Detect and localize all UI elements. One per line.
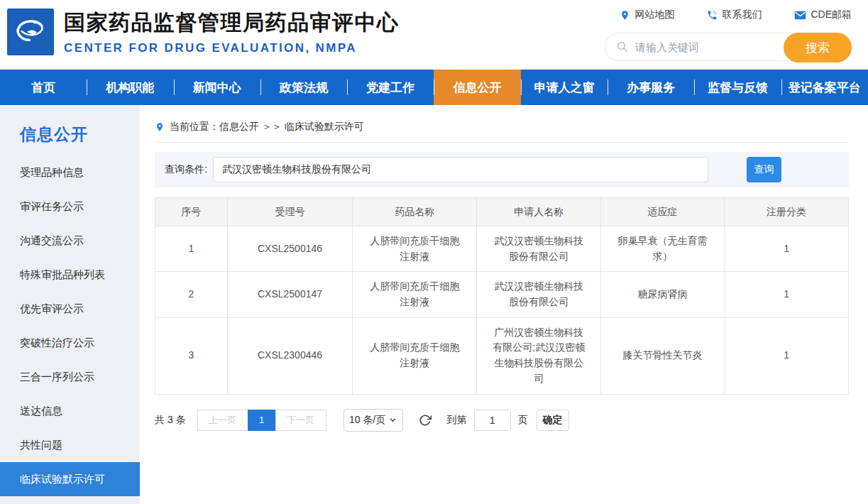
sidebar-title: 信息公开 [0,105,140,155]
breadcrumb: 当前位置：信息公开 ＞＞ 临床试验默示许可 [155,105,849,143]
goto-page-input[interactable] [474,410,511,431]
search-icon [616,40,629,53]
cell-registration-class: 1 [725,226,849,272]
prev-page-button[interactable]: 上一页 [197,410,248,431]
site-header: 国家药品监督管理局药品审评中心 CENTER FOR DRUG EVALUATI… [0,0,868,70]
next-page-button[interactable]: 下一页 [275,410,326,431]
quick-links: 网站地图 联系我们 CDE邮箱 [596,6,852,24]
cell-acceptance-no: CXSL2500147 [227,272,353,317]
nav-item-policies[interactable]: 政策法规 [260,70,347,105]
cell-index: 3 [155,317,228,394]
cell-indication: 卵巢早衰（无生育需求） [601,226,725,272]
cell-acceptance-no: CXSL2500146 [227,226,353,272]
content: 信息公开 受理品种信息 审评任务公示 沟通交流公示 特殊审批品种列表 优先审评公… [0,105,868,504]
site-title: 国家药品监督管理局药品审评中心 [64,9,400,38]
nav-item-supervision-feedback[interactable]: 监督与反馈 [694,70,781,105]
page-size-select[interactable]: 10 条/页 [344,409,403,432]
cell-indication: 糖尿病肾病 [601,272,725,317]
col-header-acceptance-no: 受理号 [227,198,353,226]
site-subtitle: CENTER FOR DRUG EVALUATION, NMPA [64,41,400,55]
table-header-row: 序号 受理号 药品名称 申请人名称 适应症 注册分类 [155,198,849,226]
col-header-index: 序号 [155,198,228,226]
nav-item-org-functions[interactable]: 机构职能 [87,70,173,105]
confirm-button[interactable]: 确定 [537,410,569,431]
sidebar-item-priority-review[interactable]: 优先审评公示 [0,292,140,326]
page-number-button[interactable]: 1 [248,410,276,431]
quick-link-label: 联系我们 [722,9,762,21]
location-pin-icon [155,121,165,133]
sidebar-item-delivery-info[interactable]: 送达信息 [0,394,140,428]
phone-icon [707,10,718,21]
breadcrumb-text: 当前位置：信息公开 ＞＞ 临床试验默示许可 [170,121,364,133]
nav-item-services[interactable]: 办事服务 [608,70,694,105]
nav-item-applicant-window[interactable]: 申请人之窗 [521,70,608,105]
brand-text: 国家药品监督管理局药品审评中心 CENTER FOR DRUG EVALUATI… [64,9,400,55]
sidebar-item-clinical-trial-implied-license[interactable]: 临床试验默示许可 [0,462,140,496]
cell-drug-name: 人脐带间充质干细胞注射液 [353,272,477,317]
sidebar-item-special-approval-list[interactable]: 特殊审批品种列表 [0,258,140,292]
nav-item-news-center[interactable]: 新闻中心 [174,70,260,105]
quick-link-mailbox[interactable]: CDE邮箱 [794,9,852,21]
page: 国家药品监督管理局药品审评中心 CENTER FOR DRUG EVALUATI… [0,0,868,504]
pagination: 共 3 条 上一页 1 下一页 10 条/页 到第 页 [155,409,849,432]
quick-link-label: CDE邮箱 [811,9,852,21]
col-header-registration-class: 注册分类 [725,198,849,226]
pager: 上一页 1 下一页 [197,410,326,431]
col-header-indication: 适应症 [601,198,725,226]
sidebar-item-three-in-one[interactable]: 三合一序列公示 [0,360,140,394]
quick-link-sitemap[interactable]: 网站地图 [620,9,674,21]
cell-drug-name: 人脐带间充质干细胞注射液 [353,317,477,394]
cell-applicant: 武汉汉密顿生物科技股份有限公司 [477,226,601,272]
total-count: 共 3 条 [155,414,186,427]
cell-applicant: 广州汉密顿生物科技有限公司;武汉汉密顿生物科技股份有限公司 [477,317,601,394]
sidebar-item-communication[interactable]: 沟通交流公示 [0,224,140,258]
table-row: 1 CXSL2500146 人脐带间充质干细胞注射液 武汉汉密顿生物科技股份有限… [155,226,849,272]
quick-link-contact[interactable]: 联系我们 [707,9,762,21]
page-size-value: 10 条/页 [349,414,385,427]
refresh-icon[interactable] [419,414,432,427]
cell-indication: 膝关节骨性关节炎 [601,317,725,394]
nav-item-party-building[interactable]: 党建工作 [347,70,434,105]
main-panel: 当前位置：信息公开 ＞＞ 临床试验默示许可 查询条件: 查询 序号 受理号 药品… [140,105,868,504]
cell-index: 2 [155,272,228,317]
results-table: 序号 受理号 药品名称 申请人名称 适应症 注册分类 1 CXSL2500146… [155,197,849,395]
cde-logo-icon [7,9,54,55]
query-bar: 查询条件: 查询 [155,152,849,187]
cell-registration-class: 1 [725,317,849,394]
cell-registration-class: 1 [725,272,849,317]
header-search: 搜索 [605,33,852,61]
cell-acceptance-no: CXSL2300446 [227,317,353,394]
chevron-down-icon [389,416,397,424]
col-header-drug-name: 药品名称 [353,198,477,226]
sidebar-item-common-issues[interactable]: 共性问题 [0,428,140,462]
table-row: 2 CXSL2500147 人脐带间充质干细胞注射液 武汉汉密顿生物科技股份有限… [155,272,849,317]
goto-page-label: 到第 [447,414,467,427]
sidebar: 信息公开 受理品种信息 审评任务公示 沟通交流公示 特殊审批品种列表 优先审评公… [0,105,140,504]
nav-item-home[interactable]: 首页 [0,70,87,105]
brand[interactable]: 国家药品监督管理局药品审评中心 CENTER FOR DRUG EVALUATI… [7,9,400,55]
nav-item-info-disclosure[interactable]: 信息公开 [434,70,520,105]
col-header-applicant: 申请人名称 [477,198,601,226]
main-nav: 首页 机构职能 新闻中心 政策法规 党建工作 信息公开 申请人之窗 办事服务 监… [0,70,868,105]
query-condition-label: 查询条件: [165,163,207,176]
cell-index: 1 [155,226,228,272]
map-pin-icon [620,10,630,21]
sidebar-item-breakthrough-therapy[interactable]: 突破性治疗公示 [0,326,140,360]
cell-drug-name: 人脐带间充质干细胞注射液 [353,226,477,272]
goto-page-suffix: 页 [518,414,528,427]
nav-item-registration-platform[interactable]: 登记备案平台 [781,70,868,105]
table-row: 3 CXSL2300446 人脐带间充质干细胞注射液 广州汉密顿生物科技有限公司… [155,317,849,394]
quick-link-label: 网站地图 [634,9,674,21]
search-button[interactable]: 搜索 [784,33,852,62]
query-button[interactable]: 查询 [747,157,781,182]
header-right: 网站地图 联系我们 CDE邮箱 [596,6,852,61]
query-condition-input[interactable] [213,157,708,182]
sidebar-item-accepted-varieties[interactable]: 受理品种信息 [0,155,140,190]
cell-applicant: 武汉汉密顿生物科技股份有限公司 [477,272,601,317]
envelope-icon [794,10,806,21]
sidebar-item-review-tasks[interactable]: 审评任务公示 [0,190,140,224]
